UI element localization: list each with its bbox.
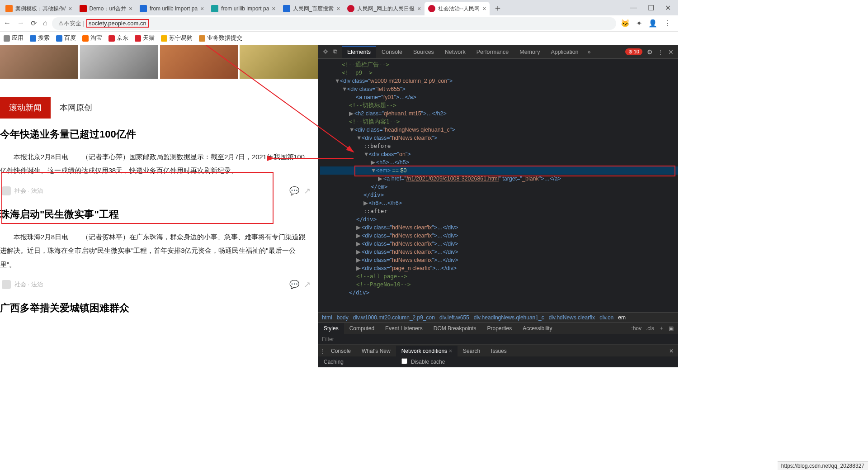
crumb[interactable]: body [337, 314, 349, 321]
tab-4[interactable]: from urllib import pa× [208, 2, 279, 15]
tab-performance[interactable]: Performance [471, 46, 514, 58]
device-icon[interactable]: ⧉ [333, 48, 337, 55]
tab-elements[interactable]: Elements [342, 46, 376, 58]
drawer-menu-icon[interactable]: ⋮ [320, 348, 326, 354]
forward-icon[interactable]: → [17, 19, 24, 28]
dom-node[interactable]: ▼<div class="on"> [320, 150, 678, 158]
share-icon[interactable]: ↗ [304, 280, 311, 290]
filter-input[interactable] [322, 336, 675, 342]
dom-node[interactable]: ▶<div class="hdNews clearfix">…</div> [320, 248, 678, 256]
dom-node[interactable]: ▶<h2 class="qiehuan1 mt15">…</h2> [320, 109, 678, 118]
comment-icon[interactable]: 💬 [289, 186, 299, 196]
tab-computed[interactable]: Computed [344, 323, 380, 334]
tab-7-active[interactable]: 社会法治--人民网× [425, 2, 490, 15]
dom-tree[interactable]: <!--通栏广告--> <!--p9--> ▼<div class="w1000… [318, 59, 678, 312]
add-rule-icon[interactable]: ＋ [659, 324, 664, 332]
tag-label[interactable]: 社会 · 法治 [14, 280, 43, 289]
back-icon[interactable]: ← [4, 19, 11, 28]
close-icon[interactable]: × [68, 5, 72, 12]
hov-toggle[interactable]: :hov [631, 325, 642, 332]
error-badge[interactable]: ⊗ 10 [625, 48, 642, 55]
extensions-icon[interactable]: ✦ [636, 19, 642, 28]
tab-3[interactable]: from urllib import pa× [136, 2, 208, 15]
tab-5[interactable]: 人民网_百度搜索× [279, 2, 344, 15]
dom-node[interactable]: ▼<div class="w1000 mt20 column_2 p9_con"… [320, 77, 678, 85]
dom-node-selected[interactable]: ▼<em> == $0 [320, 166, 678, 175]
sidebar-toggle-icon[interactable]: ▣ [669, 325, 674, 332]
dom-node[interactable]: ▶<h5>…</h5> [320, 158, 678, 166]
close-icon[interactable]: × [482, 5, 486, 12]
crumb[interactable]: html [322, 314, 332, 321]
minimize-icon[interactable]: — [630, 4, 637, 12]
crumb[interactable]: div.left.w655 [439, 314, 469, 321]
menu-icon[interactable]: ⋮ [664, 19, 671, 28]
tab-original[interactable]: 本网原创 [51, 97, 101, 119]
crumb[interactable]: div.hdNews.clearfix [549, 314, 595, 321]
dom-node[interactable]: <a name="fy01">…</a> [320, 93, 678, 101]
close-icon[interactable]: × [336, 5, 340, 12]
bookmark-search[interactable]: 搜索 [30, 34, 50, 42]
bookmark-baidu[interactable]: 百度 [56, 34, 76, 42]
dom-node[interactable]: ▶<div class="page_n clearfix">…</div> [320, 264, 678, 272]
bookmark-taobao[interactable]: 淘宝 [82, 34, 102, 42]
tab-properties[interactable]: Properties [481, 323, 517, 334]
devtools-menu-icon[interactable]: ⋮ [657, 48, 664, 56]
tab-dom-breakpoints[interactable]: DOM Breakpoints [428, 323, 482, 334]
disable-cache-checkbox[interactable] [401, 358, 407, 364]
dom-node[interactable]: ▶<div class="hdNews clearfix">…</div> [320, 223, 678, 232]
article-title[interactable]: 广西多举措关爱城镇困难群众 [0, 301, 307, 315]
more-tabs-icon[interactable]: » [584, 49, 594, 55]
dom-node[interactable]: ▶<div class="hdNews clearfix">…</div> [320, 232, 678, 240]
apps-button[interactable]: 应用 [4, 34, 24, 42]
ext-cat-icon[interactable]: 🐱 [621, 19, 630, 28]
tab-styles[interactable]: Styles [318, 323, 344, 334]
drawer-close-icon[interactable]: ✕ [669, 348, 674, 354]
profile-icon[interactable]: 👤 [648, 19, 657, 28]
tab-sources[interactable]: Sources [408, 46, 439, 58]
tab-memory[interactable]: Memory [514, 46, 545, 58]
inspect-icon[interactable]: ⯐ [323, 48, 329, 55]
close-icon[interactable]: × [200, 5, 204, 12]
tag-label[interactable]: 社会 · 法治 [14, 187, 43, 195]
tab-1[interactable]: 案例模板：其他操作/× [2, 2, 76, 15]
close-icon[interactable]: × [449, 348, 452, 354]
comment-icon[interactable]: 💬 [289, 280, 299, 290]
tab-issues[interactable]: Issues [486, 346, 512, 356]
tab-2[interactable]: Demo：url合并× [76, 2, 137, 15]
tab-search[interactable]: Search [458, 346, 486, 356]
tab-application[interactable]: Application [545, 46, 584, 58]
dom-node[interactable]: ▶<div class="hdNews clearfix">…</div> [320, 240, 678, 248]
crumb-selected[interactable]: em [618, 314, 626, 321]
dom-node[interactable]: ▼<div class="left w655"> [320, 85, 678, 93]
bookmark-tmall[interactable]: 天猫 [135, 34, 155, 42]
dom-node[interactable]: ▼<div class="headingNews qiehuan1_c"> [320, 126, 678, 134]
settings-icon[interactable]: ⚙ [647, 48, 653, 56]
tab-console-drawer[interactable]: Console [326, 346, 356, 356]
page-viewport[interactable]: 滚动新闻 本网原创 今年快递业务量已超过100亿件 本报北京2月8日电 （记者李… [0, 45, 318, 367]
crumb[interactable]: div.on [599, 314, 613, 321]
bookmark-data[interactable]: 业务数据提交 [199, 34, 242, 42]
cls-toggle[interactable]: .cls [646, 325, 654, 332]
crumb[interactable]: div.headingNews.qiehuan1_c [474, 314, 544, 321]
tab-network[interactable]: Network [439, 46, 471, 58]
crumb[interactable]: div.w1000.mt20.column_2.p9_con [353, 314, 435, 321]
tab-console[interactable]: Console [376, 46, 408, 58]
tab-accessibility[interactable]: Accessibility [517, 323, 557, 334]
dom-node[interactable]: ▼<div class="hdNews clearfix"> [320, 134, 678, 142]
tab-scrolling-news[interactable]: 滚动新闻 [0, 97, 51, 119]
dom-node[interactable]: ▶<div class="hdNews clearfix">…</div> [320, 256, 678, 264]
tab-whats-new[interactable]: What's New [356, 346, 396, 356]
close-window-icon[interactable]: ✕ [665, 4, 671, 12]
dom-node[interactable]: ▶<h6>…</h6> [320, 199, 678, 207]
new-tab-button[interactable]: ＋ [493, 2, 502, 14]
devtools-close-icon[interactable]: ✕ [668, 48, 674, 56]
close-icon[interactable]: × [129, 5, 132, 12]
tab-6[interactable]: 人民网_网上的人民日报× [344, 2, 425, 15]
url-input[interactable]: ⚠ 不安全 | society.people.com.cn [52, 17, 616, 30]
close-icon[interactable]: × [272, 5, 275, 12]
reload-icon[interactable]: ⟳ [31, 19, 37, 28]
close-icon[interactable]: × [417, 5, 421, 12]
bookmark-suning[interactable]: 苏宁易购 [161, 34, 193, 42]
tab-listeners[interactable]: Event Listeners [380, 323, 428, 334]
tab-network-conditions[interactable]: Network conditions× [396, 346, 458, 356]
